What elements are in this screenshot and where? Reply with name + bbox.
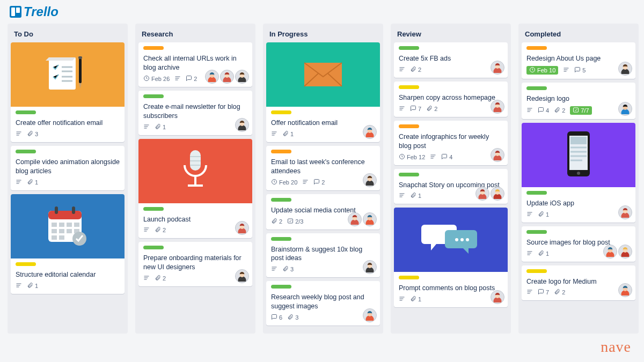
card-label[interactable] [526, 191, 547, 195]
member-avatar[interactable] [618, 102, 632, 116]
card-label[interactable] [16, 150, 36, 153]
member-avatar[interactable] [220, 70, 234, 84]
description-icon [143, 123, 150, 131]
card[interactable]: Launch podcast2 [138, 139, 252, 239]
card[interactable]: Redesign logo427/7 [522, 83, 635, 119]
list[interactable]: In Progress Offer notification email1 Em… [263, 24, 383, 334]
list-title[interactable]: In Progress [266, 28, 380, 42]
card-title: Redesign logo [526, 94, 631, 104]
member-avatar[interactable] [235, 118, 249, 132]
card[interactable]: Brainstorm & suggest 10x blog post ideas… [266, 233, 380, 278]
attachments-badge: 2 [410, 66, 421, 73]
card-label[interactable] [526, 230, 547, 234]
list-title[interactable]: Completed [522, 28, 635, 42]
card-label[interactable] [526, 46, 547, 50]
card[interactable]: Sharpen copy across homepage72 [394, 82, 508, 117]
trello-logo[interactable]: Trello [10, 4, 58, 19]
card[interactable]: Redesign About Us pageFeb 105 [522, 42, 635, 79]
svg-rect-21 [74, 223, 79, 227]
description-icon [271, 265, 277, 273]
card[interactable]: Offer notification email1 [266, 42, 380, 142]
card-label[interactable] [16, 110, 36, 114]
member-avatar[interactable] [491, 61, 504, 75]
list[interactable]: To Do Create offer notification email3Co… [8, 24, 128, 334]
attachments-badge: 1 [27, 179, 38, 186]
member-avatar[interactable] [363, 260, 377, 274]
list-title[interactable]: Research [138, 28, 252, 42]
card-label[interactable] [271, 110, 291, 114]
card[interactable]: Source images for blog post1 [522, 226, 635, 262]
member-avatar[interactable] [363, 308, 377, 322]
card-label[interactable] [143, 207, 164, 211]
card-label[interactable] [526, 269, 547, 273]
list-title[interactable]: Review [394, 28, 508, 42]
svg-rect-15 [48, 211, 82, 219]
attachment-icon [410, 192, 416, 200]
card-label[interactable] [271, 285, 291, 289]
card-members [618, 205, 632, 219]
card-label[interactable] [143, 94, 164, 98]
attachments-badge: 1 [282, 130, 294, 138]
list[interactable]: ResearchCheck all internal URLs work in … [135, 24, 255, 334]
card[interactable]: Prepare onboarding materials for new UI … [138, 242, 252, 286]
member-avatar[interactable] [348, 212, 362, 226]
member-avatar[interactable] [618, 283, 632, 297]
member-avatar[interactable] [491, 290, 504, 304]
member-avatar[interactable] [235, 269, 249, 283]
member-avatar[interactable] [235, 221, 249, 235]
due-date-badge: Feb 12 [399, 153, 425, 161]
list[interactable]: CompletedRedesign About Us pageFeb 105 R… [518, 24, 639, 334]
list[interactable]: ReviewCreate 5x FB ads2 Sharpen copy acr… [391, 24, 511, 334]
card-members [491, 148, 504, 162]
card-label[interactable] [399, 46, 419, 50]
member-avatar[interactable] [235, 70, 249, 84]
svg-rect-17 [72, 206, 75, 214]
card-label[interactable] [143, 246, 164, 249]
member-avatar[interactable] [618, 62, 632, 76]
card-label[interactable] [399, 173, 419, 176]
member-avatar[interactable] [363, 173, 377, 187]
card[interactable]: Structure editorial calendar1 [11, 194, 125, 294]
description-icon [174, 75, 181, 83]
card-title: Email to last week's conference attendee… [271, 158, 375, 176]
card-label[interactable] [271, 237, 291, 241]
card[interactable]: Prompt comments on blog posts1 [394, 208, 508, 307]
member-avatar[interactable] [491, 187, 504, 201]
card-label[interactable] [143, 46, 164, 50]
list-title[interactable]: To Do [11, 28, 125, 42]
card[interactable]: Create 5x FB ads2 [394, 42, 508, 78]
card[interactable]: Update social media content22/3 [266, 194, 380, 230]
card[interactable]: Create infographics for weekly blog post… [394, 121, 508, 165]
member-avatar[interactable] [475, 187, 489, 201]
member-avatar[interactable] [491, 148, 504, 162]
card[interactable]: Create e-mail newsletter for blog subscr… [138, 91, 252, 135]
description-badge [143, 275, 150, 282]
card-title: Sharpen copy across homepage [399, 93, 503, 102]
card-label[interactable] [526, 86, 547, 90]
attachments-badge: 3 [287, 314, 298, 321]
member-avatar[interactable] [363, 125, 377, 139]
card-label[interactable] [399, 124, 419, 128]
svg-rect-75 [288, 219, 293, 223]
member-avatar[interactable] [491, 100, 504, 114]
member-avatar[interactable] [363, 212, 377, 226]
card[interactable]: Snapchat Story on upcoming post1 [394, 169, 508, 204]
description-icon [399, 105, 405, 113]
card[interactable]: Create offer notification email3 [11, 42, 125, 142]
card-label[interactable] [271, 150, 291, 153]
card[interactable]: Check all internal URLs work in blog arc… [138, 42, 252, 87]
card-label[interactable] [399, 276, 419, 279]
card-label[interactable] [16, 262, 36, 266]
member-avatar[interactable] [205, 70, 219, 84]
card[interactable]: Compile video animation alongside blog a… [11, 146, 125, 190]
attachment-icon [27, 130, 33, 138]
card[interactable]: Research weekly blog post and suggest im… [266, 281, 380, 326]
card[interactable]: Email to last week's conference attendee… [266, 146, 380, 190]
card[interactable]: Update iOS app1 [522, 123, 635, 223]
card[interactable]: Create logo for Medium72 [522, 265, 635, 301]
card-label[interactable] [399, 85, 419, 89]
member-avatar[interactable] [618, 205, 632, 219]
card-label[interactable] [271, 198, 291, 202]
member-avatar[interactable] [603, 245, 617, 258]
member-avatar[interactable] [618, 245, 632, 258]
